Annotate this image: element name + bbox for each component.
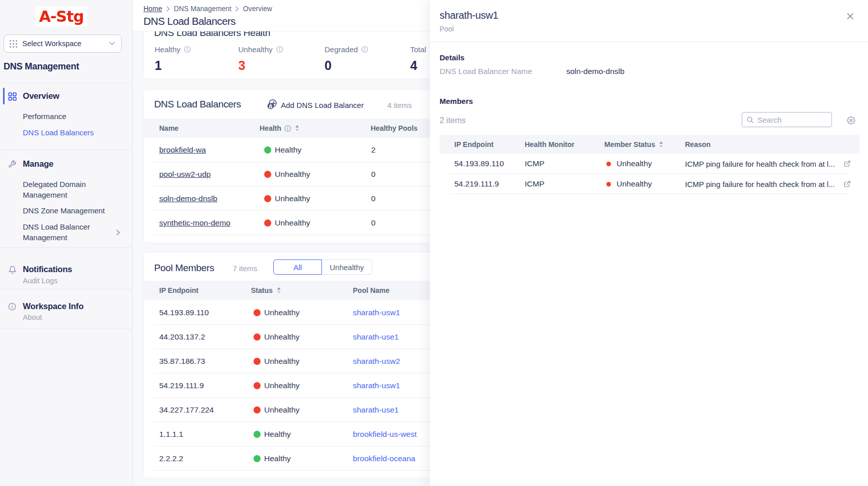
status-text: Unhealthy bbox=[275, 218, 310, 228]
status-text: Unhealthy bbox=[617, 159, 652, 168]
add-dns-lb-button[interactable]: Add DNS Load Balancer bbox=[266, 99, 364, 110]
col-pool-name[interactable]: Pool Name bbox=[353, 286, 389, 294]
details-section-title: Details bbox=[440, 53, 464, 62]
pool-name-link[interactable]: brookfield-oceana bbox=[353, 454, 415, 463]
col-ip-endpoint[interactable]: IP Endpoint bbox=[159, 286, 199, 294]
info-circle-icon[interactable] bbox=[276, 46, 283, 53]
pool-name-link[interactable]: sharath-usw2 bbox=[353, 357, 400, 366]
info-circle-icon[interactable] bbox=[184, 46, 191, 53]
col-health[interactable]: Health bbox=[260, 124, 299, 132]
stat-value: 3 bbox=[238, 58, 322, 73]
monitor-cell: ICMP bbox=[525, 174, 545, 194]
close-icon[interactable] bbox=[847, 13, 854, 20]
status-text: Unhealthy bbox=[275, 170, 310, 179]
chevron-down-icon bbox=[109, 42, 115, 46]
info-circle-icon bbox=[284, 125, 291, 132]
table-row[interactable]: 54.219.111.9 ICMP Unhealthy ICMP ping fa… bbox=[440, 174, 859, 194]
ip-cell: 44.203.137.2 bbox=[159, 325, 205, 349]
lb-card-title: DNS Load Balancers bbox=[154, 99, 241, 110]
members-items-count: 2 items bbox=[440, 116, 466, 125]
external-link-icon[interactable] bbox=[844, 160, 851, 167]
workspace-selector[interactable]: Select Workspace bbox=[4, 34, 122, 53]
col-member-status[interactable]: Member Status bbox=[604, 140, 663, 148]
table-row[interactable]: 54.193.89.110 ICMP Unhealthy ICMP ping f… bbox=[440, 154, 859, 174]
status-cell: Unhealthy bbox=[254, 349, 300, 373]
filter-all-button[interactable]: All bbox=[273, 259, 322, 275]
stat-label: Degraded bbox=[324, 45, 358, 54]
sidebar-item-workspace-info[interactable]: Workspace Info bbox=[0, 297, 133, 316]
status-dot-unhealthy bbox=[254, 309, 261, 316]
overview-grid-icon bbox=[8, 92, 17, 101]
pool-name-link[interactable]: sharath-usw1 bbox=[353, 308, 400, 317]
sidebar-item-audit-logs[interactable]: Audit Logs bbox=[23, 276, 58, 286]
status-cell: Healthy bbox=[254, 446, 291, 471]
col-reason[interactable]: Reason bbox=[685, 140, 711, 148]
status-dot-healthy bbox=[254, 455, 261, 462]
lb-name-link[interactable]: soln-demo-dnslb bbox=[159, 194, 218, 203]
pools-cell: 0 bbox=[371, 162, 376, 186]
chevron-right-icon[interactable] bbox=[116, 230, 120, 236]
sort-icon bbox=[659, 141, 663, 147]
lb-name-link[interactable]: pool-usw2-udp bbox=[159, 170, 211, 179]
status-dot-unhealthy bbox=[264, 195, 271, 202]
sidebar-item-label: Notifications bbox=[23, 265, 72, 274]
sidebar-item-dns-zone-management[interactable]: DNS Zone Management bbox=[23, 206, 105, 216]
pools-cell: 2 bbox=[371, 138, 376, 162]
sort-icon bbox=[277, 287, 281, 293]
reason-cell: ICMP ping failure for health check from … bbox=[685, 174, 835, 194]
status-dot-unhealthy bbox=[264, 171, 271, 178]
lb-items-count: 4 items bbox=[387, 101, 412, 109]
lb-name-link[interactable]: brookfield-wa bbox=[159, 145, 206, 155]
sidebar-item-performance[interactable]: Performance bbox=[23, 111, 66, 122]
pool-members-title: Pool Members bbox=[154, 263, 214, 274]
col-ip-endpoint[interactable]: IP Endpoint bbox=[454, 140, 494, 148]
sidebar-item-delegated-domain-management[interactable]: Delegated Domain Management bbox=[23, 179, 117, 200]
pool-name-link[interactable]: sharath-use1 bbox=[353, 405, 399, 415]
app-logo[interactable]: A-Stg bbox=[35, 7, 87, 26]
detail-label: DNS Load Balancer Name bbox=[440, 67, 532, 76]
sidebar-item-manage[interactable]: Manage bbox=[0, 155, 133, 173]
status-cell: Unhealthy bbox=[254, 301, 300, 325]
search-input[interactable] bbox=[757, 116, 826, 124]
pools-cell: 0 bbox=[371, 211, 376, 235]
sidebar-divider bbox=[0, 149, 132, 150]
health-cell: Unhealthy bbox=[264, 211, 310, 235]
gear-icon[interactable] bbox=[847, 116, 855, 125]
col-name[interactable]: Name bbox=[159, 124, 178, 132]
wrench-icon bbox=[8, 160, 16, 168]
external-link-icon[interactable] bbox=[844, 180, 851, 188]
detail-value: soln-demo-dnslb bbox=[566, 67, 625, 76]
sidebar-item-label: Overview bbox=[23, 91, 59, 101]
column-label: Health bbox=[260, 124, 281, 132]
filter-unhealthy-button[interactable]: Unhealthy bbox=[322, 259, 372, 275]
col-healthy-pools[interactable]: Healthy Pools bbox=[371, 124, 418, 132]
stat-label: Healthy bbox=[155, 45, 180, 54]
status-text: Unhealthy bbox=[264, 405, 300, 415]
pool-name-link[interactable]: sharath-usw1 bbox=[353, 381, 400, 390]
drawer-title: sharath-usw1 bbox=[440, 10, 498, 21]
info-circle-icon[interactable] bbox=[361, 46, 368, 53]
status-text: Unhealthy bbox=[617, 179, 652, 189]
apps-grid-icon bbox=[9, 40, 18, 48]
pool-name-link[interactable]: brookfield-us-west bbox=[353, 430, 417, 439]
column-label: Health Monitor bbox=[525, 140, 574, 148]
sidebar-item-about[interactable]: About bbox=[23, 312, 42, 323]
breadcrumb-separator-icon bbox=[235, 6, 239, 12]
stat-healthy: Healthy 1 bbox=[155, 45, 238, 73]
sidebar-divider bbox=[0, 83, 132, 83]
pool-name-link[interactable]: sharath-use1 bbox=[353, 332, 399, 342]
column-label: Pool Name bbox=[353, 286, 389, 294]
sidebar-item-overview[interactable]: Overview bbox=[0, 87, 133, 105]
sidebar-item-notifications[interactable]: Notifications bbox=[0, 260, 133, 279]
lb-name-link[interactable]: synthetic-mon-demo bbox=[159, 218, 230, 228]
sidebar-item-label: Manage bbox=[23, 159, 53, 169]
breadcrumb-home[interactable]: Home bbox=[143, 5, 162, 13]
col-status[interactable]: Status bbox=[251, 286, 281, 294]
breadcrumb-section[interactable]: DNS Management bbox=[174, 5, 232, 13]
sidebar-item-dns-lb-management[interactable]: DNS Load Balancer Management bbox=[23, 222, 117, 243]
sidebar-item-dns-load-balancers[interactable]: DNS Load Balancers bbox=[23, 128, 94, 138]
members-section-title: Members bbox=[440, 97, 473, 105]
sidebar: A-Stg Select Workspace DNS Management bbox=[0, 0, 133, 486]
col-health-monitor[interactable]: Health Monitor bbox=[525, 140, 574, 148]
status-cell: Unhealthy bbox=[606, 174, 652, 194]
